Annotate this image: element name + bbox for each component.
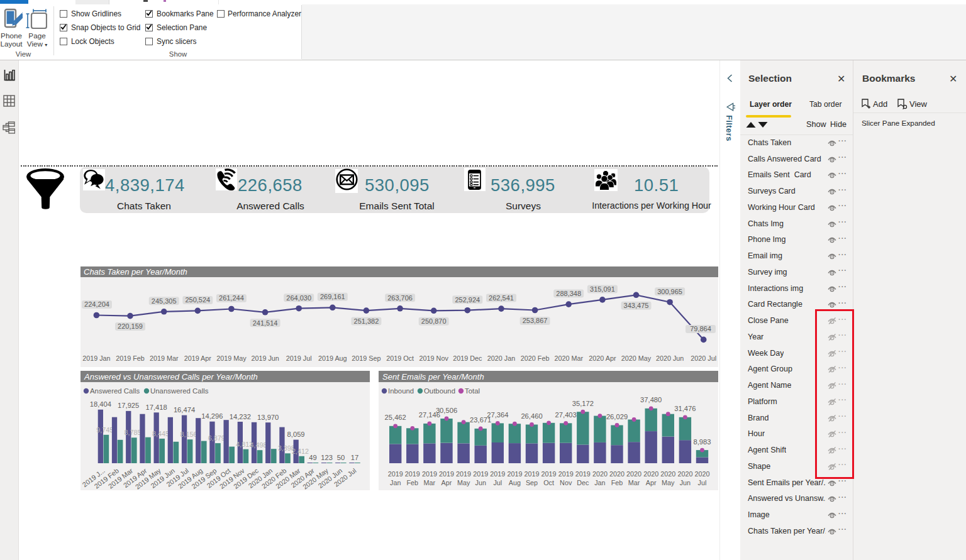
svg-text:37,480: 37,480 <box>640 396 662 404</box>
svg-text:2019 Nov: 2019 Nov <box>419 354 449 362</box>
svg-text:8,785: 8,785 <box>125 429 142 436</box>
svg-text:2019 Sep: 2019 Sep <box>352 354 380 362</box>
svg-text:250,524: 250,524 <box>185 296 210 304</box>
svg-text:Oct: Oct <box>543 479 554 486</box>
svg-text:6,879: 6,879 <box>208 434 225 442</box>
svg-text:224,204: 224,204 <box>84 300 109 308</box>
svg-text:300,965: 300,965 <box>657 288 682 295</box>
svg-text:16,474: 16,474 <box>174 406 195 414</box>
svg-text:2020 Jun: 2020 Jun <box>656 354 684 362</box>
svg-text:50: 50 <box>337 454 345 461</box>
svg-text:263,706: 263,706 <box>387 294 413 302</box>
svg-text:Feb: Feb <box>611 479 623 486</box>
svg-text:May: May <box>457 479 470 486</box>
svg-text:14,296: 14,296 <box>201 412 223 420</box>
svg-text:2020 May: 2020 May <box>621 354 652 362</box>
svg-text:2019 Apr: 2019 Apr <box>184 354 212 362</box>
svg-text:Outbound: Outbound <box>424 387 455 395</box>
svg-text:2020 Mar: 2020 Mar <box>554 354 583 362</box>
svg-text:2019: 2019 <box>422 470 437 478</box>
svg-text:2019 Jul: 2019 Jul <box>286 354 312 362</box>
svg-text:264,030: 264,030 <box>286 294 311 302</box>
svg-text:27,403: 27,403 <box>555 411 577 419</box>
svg-text:288,348: 288,348 <box>556 290 581 297</box>
svg-text:2020: 2020 <box>609 470 625 478</box>
svg-text:Jul: Jul <box>493 479 502 486</box>
svg-text:2020: 2020 <box>677 470 692 478</box>
svg-text:8,445: 8,445 <box>152 430 169 437</box>
svg-text:2020: 2020 <box>694 470 709 478</box>
svg-text:9,745: 9,745 <box>96 426 113 434</box>
svg-text:2019: 2019 <box>388 470 403 478</box>
svg-text:2019: 2019 <box>507 470 522 478</box>
svg-text:Answered Calls: Answered Calls <box>90 387 140 395</box>
svg-text:Chats Taken per Year/Month: Chats Taken per Year/Month <box>84 267 187 277</box>
svg-text:2019 Jun: 2019 Jun <box>251 354 279 362</box>
svg-text:4,498: 4,498 <box>250 441 267 449</box>
svg-text:2020: 2020 <box>592 470 608 478</box>
svg-text:245,305: 245,305 <box>152 297 177 305</box>
svg-text:250,870: 250,870 <box>421 317 447 325</box>
svg-text:Sent Emails per Year/Month: Sent Emails per Year/Month <box>382 372 484 382</box>
svg-text:Nov: Nov <box>560 479 572 486</box>
svg-text:2020 Jan: 2020 Jan <box>487 354 515 362</box>
svg-text:252,924: 252,924 <box>455 296 480 304</box>
svg-text:Jun: Jun <box>680 479 691 486</box>
svg-text:2020 Apr: 2020 Apr <box>589 354 616 362</box>
svg-text:49: 49 <box>309 454 316 461</box>
svg-text:315,091: 315,091 <box>590 285 615 293</box>
svg-text:14,232: 14,232 <box>230 413 251 420</box>
svg-text:Sep: Sep <box>526 479 538 486</box>
svg-text:2019: 2019 <box>575 470 591 478</box>
svg-text:2019: 2019 <box>558 470 574 478</box>
svg-text:25,462: 25,462 <box>385 414 406 421</box>
svg-text:Mar: Mar <box>424 479 436 486</box>
svg-text:2019 Feb: 2019 Feb <box>116 354 145 362</box>
svg-text:Apr: Apr <box>441 479 452 486</box>
svg-text:30,506: 30,506 <box>436 407 457 414</box>
svg-text:2020: 2020 <box>660 470 675 478</box>
svg-text:8,059: 8,059 <box>287 431 305 438</box>
svg-text:27,364: 27,364 <box>487 411 508 419</box>
svg-text:2019: 2019 <box>490 470 505 478</box>
svg-text:2019 Oct: 2019 Oct <box>386 354 414 362</box>
svg-text:2019 Jan: 2019 Jan <box>82 354 110 362</box>
svg-text:Mar: Mar <box>628 479 640 486</box>
svg-text:269,161: 269,161 <box>320 293 345 300</box>
svg-text:2019: 2019 <box>473 470 488 478</box>
svg-text:2020 Feb: 2020 Feb <box>521 354 550 362</box>
svg-text:Jun: Jun <box>475 479 486 486</box>
svg-text:26,460: 26,460 <box>521 412 542 420</box>
svg-text:May: May <box>662 479 675 486</box>
svg-text:35,172: 35,172 <box>572 400 594 407</box>
svg-text:2019: 2019 <box>524 470 539 478</box>
svg-text:8,983: 8,983 <box>694 438 711 446</box>
svg-text:26,029: 26,029 <box>606 413 628 420</box>
svg-text:8,156: 8,156 <box>180 431 197 438</box>
svg-text:2019: 2019 <box>405 470 420 478</box>
svg-text:2020 Jul: 2020 Jul <box>691 354 716 362</box>
svg-text:2019 Dec: 2019 Dec <box>453 354 482 362</box>
svg-text:251,382: 251,382 <box>354 317 379 325</box>
svg-text:2019 May: 2019 May <box>216 354 247 362</box>
svg-text:261,244: 261,244 <box>219 294 244 302</box>
svg-text:Answered vs Unanswered Calls p: Answered vs Unanswered Calls per Year/Mo… <box>84 372 258 382</box>
svg-text:Aug: Aug <box>509 479 521 486</box>
svg-text:Jul: Jul <box>698 479 707 486</box>
svg-text:2020: 2020 <box>626 470 641 478</box>
svg-text:2019: 2019 <box>456 470 471 478</box>
svg-text:Dec: Dec <box>577 479 589 486</box>
svg-text:2,412: 2,412 <box>292 447 309 455</box>
svg-text:253,867: 253,867 <box>523 317 548 324</box>
svg-text:17,418: 17,418 <box>145 404 167 411</box>
svg-text:Inbound: Inbound <box>388 387 414 395</box>
svg-text:17: 17 <box>351 454 358 461</box>
svg-text:2020: 2020 <box>643 470 658 478</box>
svg-text:220,159: 220,159 <box>118 322 143 330</box>
svg-text:Jan: Jan <box>594 479 605 486</box>
svg-text:241,514: 241,514 <box>253 319 278 327</box>
svg-text:2019: 2019 <box>439 470 454 478</box>
svg-text:Total: Total <box>465 387 480 395</box>
svg-text:18,404: 18,404 <box>90 400 111 408</box>
svg-text:Unanswered Calls: Unanswered Calls <box>150 387 209 395</box>
